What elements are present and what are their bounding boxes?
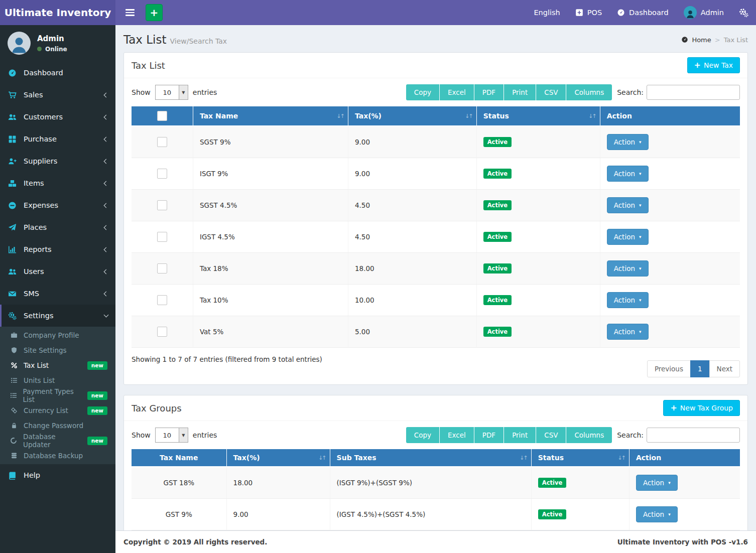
- book-icon: [8, 471, 17, 480]
- sidebar-subitem-company-profile[interactable]: Company Profile: [0, 328, 115, 343]
- row-checkbox[interactable]: [157, 295, 167, 305]
- sidebar-item-settings[interactable]: Settings: [0, 305, 115, 327]
- hamburger-icon: [125, 9, 135, 11]
- sidebar: Admin Online DashboardSalesCustomersPurc…: [0, 25, 115, 553]
- nav-pos[interactable]: POS: [568, 0, 609, 25]
- percent-cell: 4.50: [348, 221, 476, 253]
- column-header-label: Action: [607, 112, 632, 120]
- column-header-tax[interactable]: Tax(%)↓↑: [348, 106, 476, 126]
- export-columns-button[interactable]: Columns: [566, 427, 612, 443]
- sidebar-item-sales[interactable]: Sales: [0, 84, 115, 106]
- export-csv-button[interactable]: CSV: [536, 84, 566, 100]
- action-button-label: Action: [614, 138, 635, 146]
- status-badge: Active: [483, 169, 512, 179]
- row-checkbox[interactable]: [157, 137, 167, 147]
- sidebar-subitem-database-backup[interactable]: Database Backup: [0, 448, 115, 463]
- row-action-button[interactable]: Action▾: [607, 292, 649, 308]
- pagination-previous[interactable]: Previous: [647, 360, 691, 377]
- sidebar-item-suppliers[interactable]: Suppliers: [0, 150, 115, 172]
- row-action-button[interactable]: Action▾: [607, 166, 649, 182]
- row-checkbox[interactable]: [157, 200, 167, 210]
- sidebar-item-reports[interactable]: Reports: [0, 238, 115, 260]
- sidebar-item-help[interactable]: Help: [0, 464, 115, 486]
- action-cell: Action▾: [600, 126, 740, 158]
- export-print-button[interactable]: Print: [504, 427, 536, 443]
- select-all-column-header[interactable]: [132, 106, 193, 126]
- sidebar-subitem-label: Currency List: [24, 406, 68, 414]
- chevron-left-icon: [104, 247, 109, 252]
- column-header-status[interactable]: Status↓↑: [476, 106, 600, 126]
- row-action-button[interactable]: Action▾: [607, 134, 649, 150]
- diamonds-icon: [10, 407, 18, 414]
- sidebar-toggle-button[interactable]: [120, 5, 140, 20]
- export-pdf-button[interactable]: PDF: [474, 84, 504, 100]
- sidebar-subitem-change-password[interactable]: Change Password: [0, 418, 115, 433]
- status-badge: Active: [483, 295, 512, 305]
- sidebar-item-expenses[interactable]: Expenses: [0, 194, 115, 216]
- sidebar-item-purchase[interactable]: Purchase: [0, 128, 115, 150]
- nav-dashboard[interactable]: Dashboard: [609, 0, 676, 25]
- tax-groups-panel: Tax Groups +New Tax Group Show 10 ▼: [123, 395, 748, 530]
- export-pdf-button[interactable]: PDF: [474, 427, 504, 443]
- export-columns-button[interactable]: Columns: [566, 84, 612, 100]
- row-checkbox[interactable]: [157, 263, 167, 273]
- sidebar-subitem-currency-list[interactable]: Currency Listnew: [0, 403, 115, 418]
- row-checkbox[interactable]: [157, 327, 167, 337]
- app-logo[interactable]: Ultimate Inventory: [0, 0, 115, 25]
- row-action-button[interactable]: Action▾: [607, 197, 649, 213]
- chevron-left-icon: [104, 92, 109, 97]
- percent-cell: 4.50: [348, 190, 476, 221]
- export-excel-button[interactable]: Excel: [440, 84, 474, 100]
- row-action-button[interactable]: Action▾: [636, 506, 678, 522]
- page-size-select[interactable]: 10 ▼: [155, 428, 188, 443]
- sidebar-subitem-units-list[interactable]: Units List: [0, 373, 115, 388]
- sidebar-subitem-database-updater[interactable]: Database Updaternew: [0, 433, 115, 448]
- sidebar-item-sms[interactable]: SMS: [0, 283, 115, 305]
- new-tax-group-button[interactable]: +New Tax Group: [663, 400, 740, 416]
- search-input[interactable]: [647, 428, 740, 443]
- list-icon: [10, 392, 17, 399]
- tax-list-table: Tax Name↓↑Tax(%)↓↑Status↓↑ActionSGST 9%9…: [132, 106, 740, 348]
- export-copy-button[interactable]: Copy: [406, 427, 440, 443]
- select-all-checkbox[interactable]: [157, 111, 167, 121]
- pagination-next[interactable]: Next: [709, 360, 740, 377]
- export-excel-button[interactable]: Excel: [440, 427, 474, 443]
- sort-icon: ↓↑: [520, 455, 527, 461]
- status-cell: Active: [531, 499, 629, 530]
- column-header-status[interactable]: Status↓↑: [531, 449, 629, 467]
- breadcrumb-home[interactable]: Home: [692, 36, 711, 44]
- user-plus-icon: [8, 157, 17, 166]
- row-checkbox[interactable]: [157, 232, 167, 242]
- row-action-button[interactable]: Action▾: [636, 475, 678, 491]
- list-icon: [10, 377, 18, 384]
- row-action-button[interactable]: Action▾: [607, 260, 649, 276]
- nav-settings[interactable]: [731, 0, 756, 25]
- sidebar-subitem-tax-list[interactable]: Tax Listnew: [0, 358, 115, 373]
- minus-circle-icon: [8, 201, 17, 210]
- quick-add-button[interactable]: +: [146, 4, 163, 21]
- row-checkbox[interactable]: [157, 169, 167, 179]
- table-row: SGST 4.5%4.50ActiveAction▾: [132, 190, 740, 221]
- column-header-sub-taxes[interactable]: Sub Taxes↓↑: [330, 449, 531, 467]
- sidebar-subitem-site-settings[interactable]: Site Settings: [0, 343, 115, 358]
- new-tax-button[interactable]: +New Tax: [687, 57, 740, 73]
- sidebar-item-users[interactable]: Users: [0, 260, 115, 283]
- sidebar-subitem-payment-types-list[interactable]: Payment Types Listnew: [0, 388, 115, 403]
- export-csv-button[interactable]: CSV: [536, 427, 566, 443]
- sidebar-item-places[interactable]: Places: [0, 216, 115, 238]
- column-header-tax[interactable]: Tax(%)↓↑: [226, 449, 330, 467]
- pagination-page-1[interactable]: 1: [690, 360, 710, 377]
- export-copy-button[interactable]: Copy: [406, 84, 440, 100]
- nav-user[interactable]: Admin: [676, 0, 731, 25]
- export-print-button[interactable]: Print: [504, 84, 536, 100]
- search-input[interactable]: [647, 85, 740, 100]
- sidebar-item-dashboard[interactable]: Dashboard: [0, 62, 115, 84]
- row-action-button[interactable]: Action▾: [607, 229, 649, 245]
- row-action-button[interactable]: Action▾: [607, 324, 649, 340]
- nav-language[interactable]: English: [526, 0, 567, 25]
- page-size-select[interactable]: 10 ▼: [155, 85, 188, 100]
- sidebar-item-items[interactable]: Items: [0, 172, 115, 194]
- name-cell: ISGT 9%: [193, 158, 348, 190]
- sidebar-item-customers[interactable]: Customers: [0, 106, 115, 128]
- column-header-tax-name[interactable]: Tax Name↓↑: [193, 106, 348, 126]
